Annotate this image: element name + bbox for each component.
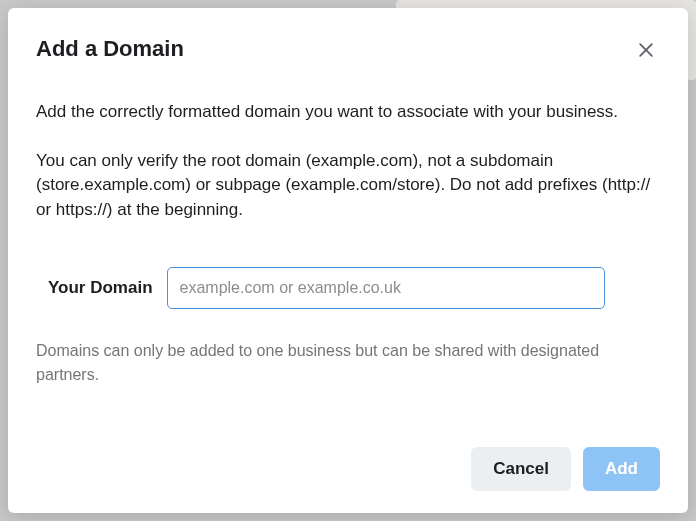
modal-description: Add the correctly formatted domain you w… [36,100,660,125]
domain-form-row: Your Domain [36,267,660,309]
domain-label: Your Domain [48,278,153,298]
close-icon [636,40,656,60]
cancel-button[interactable]: Cancel [471,447,571,491]
domain-input[interactable] [167,267,605,309]
modal-title: Add a Domain [36,36,184,62]
helper-text: Domains can only be added to one busines… [36,339,660,387]
add-domain-modal: Add a Domain Add the correctly formatted… [8,8,688,513]
modal-footer: Cancel Add [36,427,660,491]
add-button[interactable]: Add [583,447,660,491]
modal-header: Add a Domain [36,36,660,64]
modal-constraint: You can only verify the root domain (exa… [36,149,660,223]
close-button[interactable] [632,36,660,64]
